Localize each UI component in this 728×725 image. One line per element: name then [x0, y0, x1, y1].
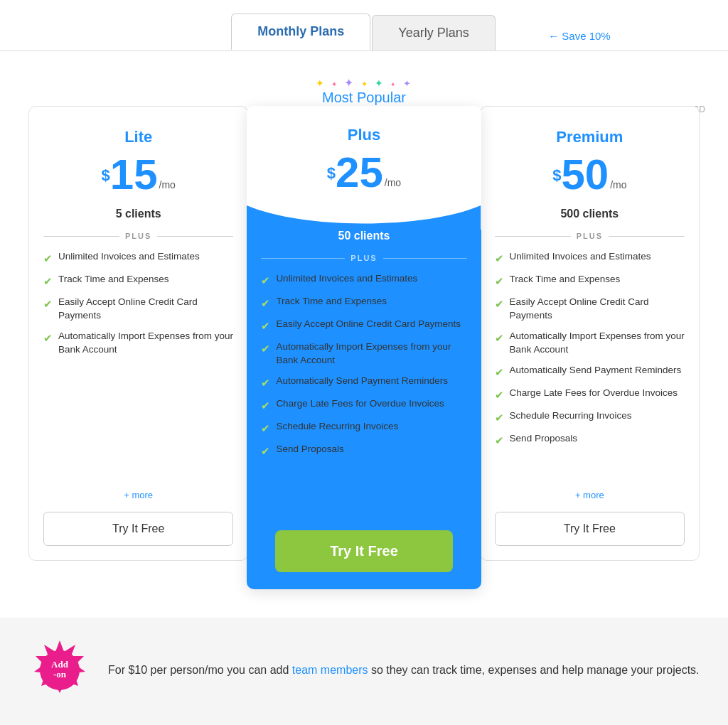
check-icon: ✔	[495, 296, 504, 311]
addon-text-part2: so they can track time, expenses and hel…	[368, 664, 700, 676]
confetti-icons: ✦ ✦ ✦ ✦ ✦ ✦ ✦	[316, 72, 412, 91]
check-icon: ✔	[261, 444, 270, 458]
lite-dollar-sign: $	[102, 166, 110, 185]
check-icon: ✔	[261, 296, 270, 311]
premium-feature-1: ✔Unlimited Invoices and Estimates	[495, 250, 685, 266]
premium-clients: 500 clients	[495, 208, 685, 220]
check-icon: ✔	[495, 331, 504, 345]
check-icon: ✔	[43, 274, 53, 289]
premium-features-list: ✔Unlimited Invoices and Estimates ✔Track…	[495, 250, 685, 478]
tabs-section: Monthly Plans Yearly Plans ← Save 10%	[0, 0, 728, 51]
lite-feature-1: ✔Unlimited Invoices and Estimates	[43, 250, 233, 266]
plus-try-button[interactable]: Try It Free	[275, 530, 452, 572]
premium-try-button[interactable]: Try It Free	[495, 512, 685, 546]
lite-features-list: ✔Unlimited Invoices and Estimates ✔Track…	[43, 250, 233, 478]
premium-feature-3: ✔Easily Accept Online Credit Card Paymen…	[495, 296, 685, 323]
most-popular-badge: ✦ ✦ ✦ ✦ ✦ ✦ ✦ Most Popular	[316, 72, 412, 106]
lite-feature-3: ✔Easily Accept Online Credit Card Paymen…	[43, 296, 233, 323]
addon-badge-container: .burst{fill:#e91e8c;}.btext{fill:white;f…	[28, 639, 91, 702]
check-icon: ✔	[495, 387, 504, 402]
premium-feature-5: ✔Automatically Send Payment Reminders	[495, 364, 685, 380]
plus-dollar-sign: $	[327, 164, 336, 183]
plus-feature-5: ✔Automatically Send Payment Reminders	[261, 375, 466, 390]
premium-feature-7: ✔Schedule Recurring Invoices	[495, 409, 685, 425]
lite-divider-text: PLUS	[125, 232, 151, 240]
plan-card-lite: Lite $ 15 /mo 5 clients PLUS ✔Unlimited …	[28, 106, 248, 561]
check-icon: ✔	[261, 375, 270, 390]
addon-starburst-svg: .burst{fill:#e91e8c;}.btext{fill:white;f…	[28, 639, 91, 702]
premium-plan-name: Premium	[495, 128, 685, 146]
check-icon: ✔	[261, 421, 270, 436]
lite-price-number: 15	[110, 154, 158, 196]
tab-monthly[interactable]: Monthly Plans	[231, 14, 370, 50]
most-popular-wrapper: ✦ ✦ ✦ ✦ ✦ ✦ ✦ Most Popular	[14, 72, 714, 106]
addon-description: For $10 per person/mo you can add team m…	[108, 661, 700, 680]
check-icon: ✔	[261, 318, 270, 333]
plus-clients: 50 clients	[261, 230, 466, 242]
lite-feature-4: ✔Automatically Import Expenses from your…	[43, 330, 233, 357]
premium-more-link[interactable]: + more	[495, 490, 685, 500]
premium-dollar-sign: $	[552, 166, 561, 185]
plus-price-number: 25	[336, 151, 383, 194]
check-icon: ✔	[261, 398, 270, 413]
wave-svg	[247, 205, 481, 230]
check-icon: ✔	[495, 410, 504, 425]
premium-feature-4: ✔Automatically Import Expenses from your…	[495, 330, 685, 357]
lite-feature-2: ✔Track Time and Expenses	[43, 273, 233, 289]
plus-feature-1: ✔Unlimited Invoices and Estimates	[261, 272, 466, 288]
plus-card-top: Plus $ 25 /mo	[247, 106, 481, 205]
most-popular-text: Most Popular	[316, 90, 412, 106]
premium-feature-8: ✔Send Proposals	[495, 432, 685, 448]
check-icon: ✔	[495, 274, 504, 289]
lite-try-button[interactable]: Try It Free	[43, 512, 233, 546]
premium-feature-6: ✔Charge Late Fees for Overdue Invoices	[495, 387, 685, 402]
lite-plan-name: Lite	[43, 128, 233, 146]
plus-price-per: /mo	[385, 177, 401, 188]
check-icon: ✔	[43, 251, 53, 266]
lite-more-link[interactable]: + more	[43, 490, 233, 500]
lite-price-per: /mo	[159, 179, 176, 190]
plus-plan-name: Plus	[261, 126, 466, 144]
plus-feature-6: ✔Charge Late Fees for Overdue Invoices	[261, 397, 466, 413]
save-label: ← Save 10%	[548, 30, 611, 42]
plus-feature-2: ✔Track Time and Expenses	[261, 295, 466, 311]
plan-card-premium: Premium $ 50 /mo 500 clients PLUS ✔Unlim…	[480, 106, 700, 561]
premium-price-row: $ 50 /mo	[495, 154, 685, 196]
addon-highlight: team members	[292, 664, 368, 676]
plus-bottom-section: 50 clients PLUS ✔Unlimited Invoices and …	[247, 230, 481, 589]
plus-feature-4: ✔Automatically Import Expenses from your…	[261, 340, 466, 367]
check-icon: ✔	[43, 296, 53, 311]
plus-divider: PLUS	[261, 254, 466, 262]
lite-price-row: $ 15 /mo	[43, 154, 233, 196]
wave-container	[247, 205, 481, 230]
premium-divider-text: PLUS	[577, 232, 603, 240]
tabs-wrapper: Monthly Plans Yearly Plans ← Save 10%	[231, 14, 496, 50]
svg-text:-on: -on	[53, 669, 67, 680]
check-icon: ✔	[495, 433, 504, 448]
cards-container: All Prices in USD Lite $ 15 /mo 5 client…	[14, 99, 714, 603]
premium-price-per: /mo	[610, 179, 626, 190]
plus-features-list: ✔Unlimited Invoices and Estimates ✔Track…	[261, 272, 466, 497]
check-icon: ✔	[495, 251, 504, 266]
check-icon: ✔	[43, 331, 53, 345]
svg-text:Add: Add	[51, 659, 69, 670]
check-icon: ✔	[495, 365, 504, 380]
main-content: ✦ ✦ ✦ ✦ ✦ ✦ ✦ Most Popular All Prices in…	[0, 51, 728, 618]
lite-clients: 5 clients	[43, 208, 233, 220]
plus-feature-8: ✔Send Proposals	[261, 443, 466, 458]
addon-section: .burst{fill:#e91e8c;}.btext{fill:white;f…	[0, 618, 728, 723]
lite-plus-divider: PLUS	[43, 232, 233, 240]
plus-feature-3: ✔Easily Accept Online Credit Card Paymen…	[261, 318, 466, 333]
premium-price-number: 50	[561, 154, 609, 196]
plus-feature-7: ✔Schedule Recurring Invoices	[261, 420, 466, 436]
plus-price-row: $ 25 /mo	[261, 151, 466, 194]
premium-feature-2: ✔Track Time and Expenses	[495, 273, 685, 289]
check-icon: ✔	[261, 341, 270, 356]
tab-yearly[interactable]: Yearly Plans	[372, 15, 495, 50]
check-icon: ✔	[261, 273, 270, 288]
plan-card-plus: Plus $ 25 /mo 50 clients PLUS	[247, 106, 481, 589]
plus-more-link[interactable]: + more	[261, 508, 466, 519]
premium-plus-divider: PLUS	[495, 232, 685, 240]
addon-text-part1: For $10 per person/mo you can add	[108, 664, 292, 676]
plus-divider-text: PLUS	[350, 254, 377, 262]
